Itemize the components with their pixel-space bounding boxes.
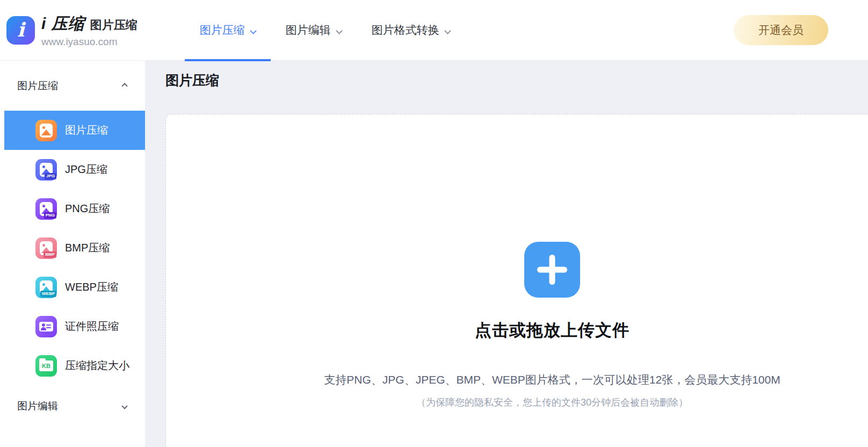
- sidebar-item-label: PNG压缩: [65, 201, 110, 216]
- sidebar-item-bmp-compress[interactable]: BMP BMP压缩: [0, 228, 145, 268]
- logo-icon: i: [6, 16, 35, 45]
- logo-text: i 压缩 图片压缩 www.iyasuo.com: [41, 13, 138, 48]
- sidebar-section-compress[interactable]: 图片压缩: [0, 61, 145, 111]
- sidebar-item-label: 图片压缩: [65, 123, 108, 138]
- nav-tab-label: 图片压缩: [200, 23, 245, 38]
- chevron-up-icon: [121, 83, 127, 89]
- nav-tab-label: 图片编辑: [286, 23, 331, 38]
- upload-support-text: 支持PNG、JPG、JPEG、BMP、WEBP图片格式，一次可以处理12张，会员…: [324, 372, 780, 387]
- sidebar-item-label: 压缩指定大小: [65, 358, 129, 373]
- header: i i 压缩 图片压缩 www.iyasuo.com 图片压缩 图片编辑 图片格…: [0, 0, 868, 61]
- sidebar-item-webp-compress[interactable]: WEBP WEBP压缩: [0, 268, 145, 307]
- sidebar-item-image-compress[interactable]: 图片压缩: [4, 111, 145, 150]
- logo-letter: i: [17, 20, 25, 39]
- upload-dropzone[interactable]: 点击或拖放上传文件 支持PNG、JPG、JPEG、BMP、WEBP图片格式，一次…: [165, 114, 868, 447]
- sidebar-section-label: 图片编辑: [17, 399, 58, 413]
- chevron-down-icon: [444, 27, 451, 34]
- png-compress-icon: PNG: [35, 198, 57, 220]
- sidebar-item-label: WEBP压缩: [65, 280, 118, 294]
- upload-privacy-text: （为保障您的隐私安全，您上传的文件30分钟后会被自动删除）: [416, 396, 688, 409]
- format-badge: WEBP: [40, 291, 56, 297]
- logo[interactable]: i i 压缩 图片压缩 www.iyasuo.com: [6, 13, 138, 48]
- upload-heading: 点击或拖放上传文件: [475, 319, 630, 342]
- sidebar-section-edit[interactable]: 图片编辑: [0, 385, 145, 427]
- format-badge: PNG: [44, 212, 56, 219]
- add-files-button[interactable]: [524, 242, 580, 298]
- format-badge: JPG: [45, 173, 56, 179]
- sidebar-item-compress-to-size[interactable]: KB 压缩指定大小: [0, 346, 145, 385]
- kb-badge: KB: [42, 363, 50, 369]
- site-url: www.iyasuo.com: [41, 36, 138, 48]
- kb-folder-icon: KB: [35, 355, 57, 377]
- nav-tab-format-convert[interactable]: 图片格式转换: [357, 0, 465, 61]
- sidebar-item-label: JPG压缩: [65, 162, 107, 177]
- id-photo-icon: [35, 316, 57, 337]
- sidebar-item-label: 证件照压缩: [65, 319, 119, 334]
- chevron-down-icon: [250, 27, 257, 34]
- main-content: 图片压缩 点击或拖放上传文件 支持PNG、JPG、JPEG、BMP、WEBP图片…: [145, 61, 868, 447]
- chevron-down-icon: [336, 27, 343, 34]
- sidebar: 图片压缩 图片压缩 JPG JPG压缩 PNG PNG压缩 BMP BMP压缩: [0, 61, 145, 447]
- brand-name: i 压缩: [41, 13, 85, 35]
- format-badge: BMP: [44, 251, 56, 258]
- chevron-down-icon: [121, 403, 127, 409]
- nav-tab-image-compress[interactable]: 图片压缩: [185, 0, 271, 61]
- bmp-compress-icon: BMP: [35, 237, 57, 259]
- nav-tab-label: 图片格式转换: [372, 23, 439, 38]
- jpg-compress-icon: JPG: [35, 159, 57, 181]
- page-title: 图片压缩: [165, 72, 868, 88]
- vip-button[interactable]: 开通会员: [734, 15, 828, 45]
- sidebar-item-id-photo-compress[interactable]: 证件照压缩: [0, 307, 145, 346]
- webp-compress-icon: WEBP: [35, 277, 57, 298]
- image-compress-icon: [35, 120, 57, 141]
- brand-subtitle: 图片压缩: [90, 17, 138, 33]
- sidebar-item-label: BMP压缩: [65, 241, 110, 255]
- main-nav: 图片压缩 图片编辑 图片格式转换: [185, 0, 465, 61]
- nav-tab-image-edit[interactable]: 图片编辑: [271, 0, 357, 61]
- sidebar-section-label: 图片压缩: [17, 79, 58, 93]
- sidebar-item-png-compress[interactable]: PNG PNG压缩: [0, 189, 145, 228]
- sidebar-item-jpg-compress[interactable]: JPG JPG压缩: [0, 150, 145, 189]
